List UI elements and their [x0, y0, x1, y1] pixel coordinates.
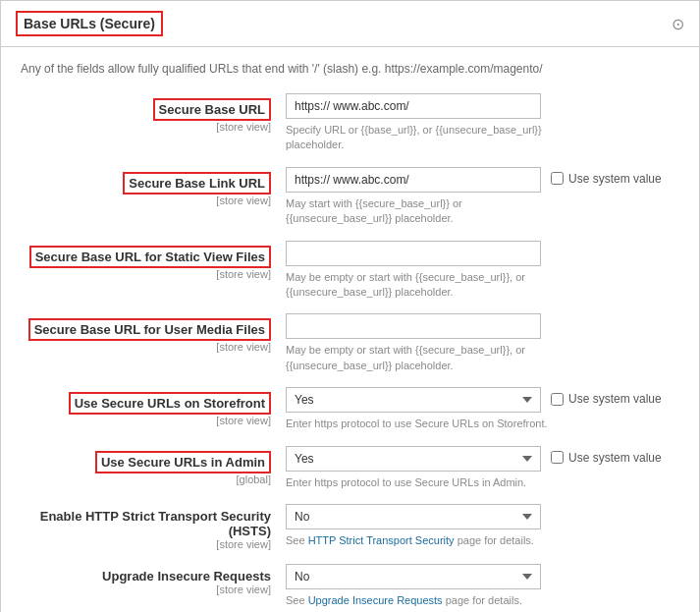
upgrade-insecure-select[interactable]: No Yes	[286, 564, 541, 589]
use-secure-storefront-select[interactable]: Yes No	[286, 387, 541, 413]
label-main-use-secure-admin: Use Secure URLs in Admin	[95, 451, 271, 473]
label-use-secure-storefront: Use Secure URLs on Storefront [store vie…	[21, 387, 286, 426]
label-scope-secure-base-url: [store view]	[21, 121, 271, 133]
secure-base-url-media-input[interactable]	[286, 313, 541, 339]
label-scope-use-secure-admin: [global]	[21, 473, 271, 485]
system-value-checkbox-use-secure-admin[interactable]	[551, 451, 564, 464]
label-main-secure-base-url-static: Secure Base URL for Static View Files	[29, 246, 271, 268]
hint-enable-hsts: See HTTP Strict Transport Security page …	[286, 533, 561, 548]
secure-base-url-static-input[interactable]	[286, 241, 541, 266]
label-scope-enable-hsts: [store view]	[21, 538, 271, 550]
collapse-icon[interactable]: ⊙	[672, 15, 684, 33]
section-title: Base URLs (Secure)	[16, 11, 163, 36]
input-row-secure-base-link-url: https:// www.abc.com/ Use system value	[286, 167, 679, 193]
input-col-secure-base-link-url: https:// www.abc.com/ Use system value M…	[286, 167, 679, 227]
label-scope-secure-base-url-static: [store view]	[21, 268, 271, 280]
field-secure-base-link-url: Secure Base Link URL [store view] https:…	[21, 167, 679, 227]
secure-base-link-url-input[interactable]: https:// www.abc.com/	[286, 167, 541, 193]
intro-text: Any of the fields allow fully qualified …	[21, 62, 679, 76]
hint-upgrade-insecure: See Upgrade Insecure Requests page for d…	[286, 593, 561, 608]
use-secure-admin-select[interactable]: Yes No	[286, 446, 541, 472]
label-main-secure-base-url: Secure Base URL	[153, 98, 271, 121]
field-upgrade-insecure: Upgrade Insecure Requests [store view] N…	[21, 564, 679, 608]
system-value-label-secure-base-link-url: Use system value	[568, 172, 662, 186]
label-scope-use-secure-storefront: [store view]	[21, 415, 271, 426]
upgrade-insecure-link[interactable]: Upgrade Insecure Requests	[308, 594, 443, 606]
input-col-upgrade-insecure: No Yes See Upgrade Insecure Requests pag…	[286, 564, 679, 608]
enable-hsts-select[interactable]: No Yes	[286, 504, 541, 529]
hint-use-secure-admin: Enter https protocol to use Secure URLs …	[286, 475, 561, 490]
label-upgrade-insecure: Upgrade Insecure Requests [store view]	[21, 564, 286, 595]
system-value-secure-base-link-url: Use system value	[541, 167, 679, 186]
label-main-enable-hsts: Enable HTTP Strict Transport Security (H…	[21, 509, 271, 538]
hint-secure-base-url-static: May be empty or start with {{secure_base…	[286, 270, 561, 301]
field-secure-base-url: Secure Base URL [store view] https:// ww…	[21, 93, 679, 153]
label-secure-base-link-url: Secure Base Link URL [store view]	[21, 167, 286, 206]
input-col-use-secure-admin: Yes No Use system value Enter https prot…	[286, 446, 698, 490]
section-header: Base URLs (Secure) ⊙	[0, 0, 700, 47]
system-value-checkbox-secure-base-link-url[interactable]	[551, 172, 564, 185]
label-scope-secure-base-link-url: [store view]	[21, 195, 271, 206]
system-value-checkbox-use-secure-storefront[interactable]	[551, 393, 564, 406]
field-use-secure-admin: Use Secure URLs in Admin [global] Yes No…	[21, 446, 679, 490]
system-value-label-use-secure-admin: Use system value	[568, 451, 662, 465]
label-main-secure-base-url-media: Secure Base URL for User Media Files	[28, 318, 271, 341]
input-col-secure-base-url-static: May be empty or start with {{secure_base…	[286, 241, 679, 301]
hint-use-secure-storefront: Enter https protocol to use Secure URLs …	[286, 417, 561, 431]
label-secure-base-url-media: Secure Base URL for User Media Files [st…	[21, 313, 286, 353]
label-enable-hsts: Enable HTTP Strict Transport Security (H…	[21, 504, 286, 550]
label-main-upgrade-insecure: Upgrade Insecure Requests	[21, 569, 271, 584]
hint-secure-base-link-url: May start with {{secure_base_url}} or {{…	[286, 196, 561, 227]
system-value-use-secure-storefront: Use system value	[541, 387, 698, 406]
label-main-secure-base-link-url: Secure Base Link URL	[123, 172, 271, 195]
system-value-label-use-secure-storefront: Use system value	[568, 392, 662, 406]
page-container: Base URLs (Secure) ⊙ Any of the fields a…	[0, 0, 700, 612]
field-enable-hsts: Enable HTTP Strict Transport Security (H…	[21, 504, 679, 550]
field-secure-base-url-media: Secure Base URL for User Media Files [st…	[21, 313, 679, 373]
label-scope-upgrade-insecure: [store view]	[21, 584, 271, 595]
input-col-secure-base-url-media: May be empty or start with {{secure_base…	[286, 313, 679, 373]
input-row-use-secure-storefront: Yes No Use system value	[286, 387, 698, 413]
field-use-secure-storefront: Use Secure URLs on Storefront [store vie…	[21, 387, 679, 431]
label-use-secure-admin: Use Secure URLs in Admin [global]	[21, 446, 286, 485]
input-col-use-secure-storefront: Yes No Use system value Enter https prot…	[286, 387, 698, 431]
label-main-use-secure-storefront: Use Secure URLs on Storefront	[69, 392, 271, 415]
section-body: Any of the fields allow fully qualified …	[0, 47, 700, 612]
label-scope-secure-base-url-media: [store view]	[21, 341, 271, 353]
input-row-use-secure-admin: Yes No Use system value	[286, 446, 698, 472]
field-secure-base-url-static: Secure Base URL for Static View Files [s…	[21, 241, 679, 301]
label-secure-base-url-static: Secure Base URL for Static View Files [s…	[21, 241, 286, 280]
label-secure-base-url: Secure Base URL [store view]	[21, 93, 286, 133]
secure-base-url-input[interactable]: https:// www.abc.com/	[286, 93, 541, 119]
hint-secure-base-url: Specify URL or {{base_url}}, or {{unsecu…	[286, 123, 561, 153]
input-col-enable-hsts: No Yes See HTTP Strict Transport Securit…	[286, 504, 679, 548]
hint-secure-base-url-media: May be empty or start with {{secure_base…	[286, 343, 561, 373]
system-value-use-secure-admin: Use system value	[541, 446, 698, 465]
hsts-link[interactable]: HTTP Strict Transport Security	[308, 534, 455, 546]
input-col-secure-base-url: https:// www.abc.com/ Specify URL or {{b…	[286, 93, 679, 153]
